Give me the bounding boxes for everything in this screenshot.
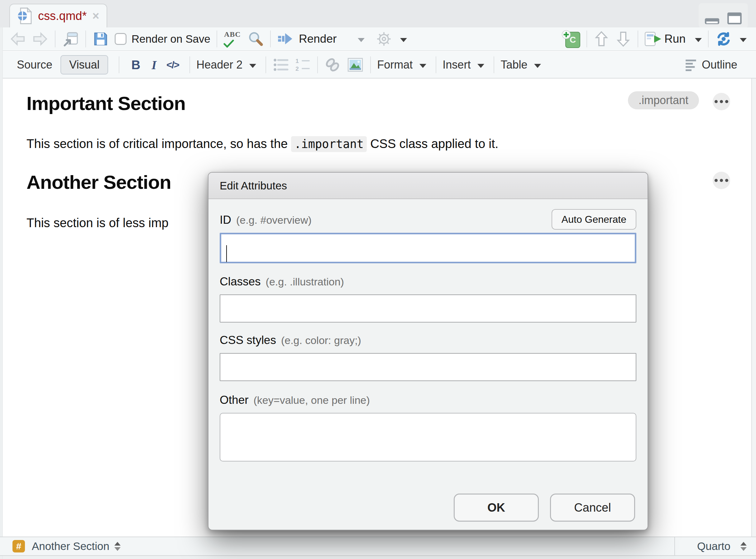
block-options-icon[interactable] [713,93,730,110]
open-in-new-window-icon[interactable] [62,30,79,48]
render-button[interactable]: Render [299,32,337,45]
render-on-save-checkbox[interactable] [115,33,127,45]
insert-menu[interactable]: Insert [443,58,484,71]
block-options-icon[interactable] [713,172,730,189]
tab-close-icon[interactable]: × [92,10,99,22]
id-field-label: ID (e.g. #overview) [220,214,636,226]
jump-down-icon[interactable] [615,30,631,48]
other-input[interactable] [220,413,636,462]
tab-title: css.qmd* [38,9,87,23]
paragraph-1[interactable]: This section is of critical importance, … [26,135,619,152]
spellcheck-icon[interactable]: ABC [223,30,242,48]
ok-button[interactable]: OK [454,494,539,521]
pane-window-controls [699,3,748,28]
minimize-pane-icon[interactable] [704,18,720,25]
tab-css-qmd[interactable]: css.qmd* × [9,4,107,27]
other-field-label: Other (key=value, one per line) [220,394,636,407]
numbered-list-icon[interactable]: 1 2 [295,57,311,73]
outline-toggle[interactable]: Outline [702,58,737,71]
save-icon[interactable] [92,30,109,47]
insert-chunk-icon[interactable]: C [561,30,580,48]
gear-dropdown-icon[interactable] [400,38,407,42]
cancel-button[interactable]: Cancel [550,494,635,521]
link-icon[interactable] [324,57,341,73]
heading-important-section[interactable]: Important Section [26,92,619,114]
id-input[interactable] [220,233,636,263]
classes-input[interactable] [220,294,636,322]
image-icon[interactable] [347,57,364,73]
main-toolbar: Render on Save ABC Render [0,27,756,51]
render-dropdown-icon[interactable] [358,38,364,42]
format-menu[interactable]: Format [377,58,426,71]
bold-button[interactable]: B [131,58,140,72]
rstudio-source-pane: css.qmd* × [0,0,756,559]
format-toolbar: Source Visual B I </> Header 2 1 2 [0,52,756,79]
tab-bar: css.qmd* × [0,0,756,27]
status-bar: # Another Section Quarto [0,537,756,556]
css-styles-field-label: CSS styles (e.g. color: gray;) [220,334,636,347]
visual-mode-button[interactable]: Visual [61,55,108,74]
dialog-body: ID (e.g. #overview) Classes (e.g. .illus… [208,199,648,530]
editor-right-gutter [751,79,756,537]
classes-field-label: Classes (e.g. .illustration) [220,275,636,288]
location-stepper-icon[interactable] [114,542,120,551]
render-icon[interactable] [277,31,293,47]
run-icon[interactable] [644,31,663,47]
header-level-dropdown[interactable]: Header 2 [196,58,256,71]
rerun-icon[interactable] [715,31,732,47]
inline-code-important[interactable]: .important [291,136,367,152]
css-styles-input[interactable] [220,353,636,381]
run-dropdown-icon[interactable] [695,38,702,42]
forward-arrow-icon[interactable] [32,30,49,47]
mode-stepper-icon [740,542,747,551]
jump-up-icon[interactable] [593,30,609,48]
heading-hash-icon: # [13,540,25,553]
outline-location[interactable]: Another Section [32,540,109,553]
italic-button[interactable]: I [152,58,156,72]
quarto-document-icon [18,7,32,25]
back-arrow-icon[interactable] [9,30,26,47]
window-bottom-edge [0,556,756,559]
dialog-title[interactable]: Edit Attributes [208,173,648,199]
render-on-save-label: Render on Save [132,33,210,45]
class-badge-important[interactable]: .important [628,91,699,109]
maximize-pane-icon[interactable] [727,12,742,25]
text-caret [226,245,227,262]
code-button[interactable]: </> [166,59,179,71]
rerun-dropdown-icon[interactable] [740,38,747,42]
edit-attributes-dialog: Edit Attributes Auto Generate ID (e.g. #… [208,172,648,530]
bullet-list-icon[interactable] [272,57,289,73]
window-left-edge [0,27,3,559]
table-menu[interactable]: Table [501,58,541,71]
run-button[interactable]: Run [664,32,686,45]
source-mode-button[interactable]: Source [17,58,52,71]
editor-mode-selector[interactable]: Quarto [674,537,756,555]
search-icon[interactable] [247,30,264,47]
gear-icon[interactable] [376,31,392,47]
outline-icon [684,58,699,72]
